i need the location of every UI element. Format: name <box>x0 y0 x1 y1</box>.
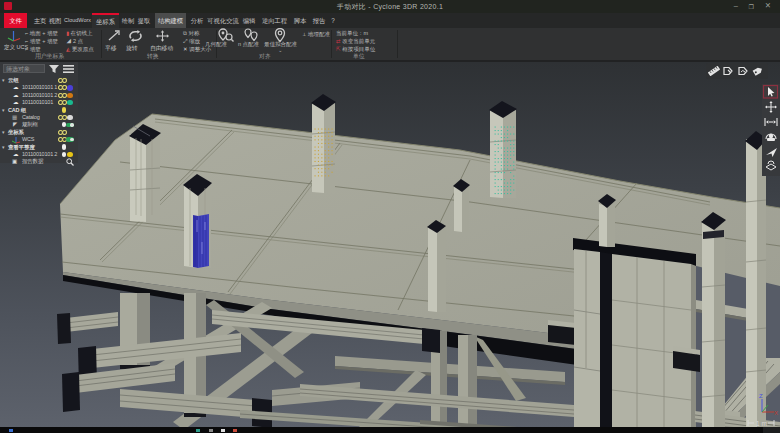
svg-text:Z: Z <box>759 393 763 399</box>
svg-text:X: X <box>774 410 778 416</box>
svg-text:1 m: 1 m <box>756 420 767 427</box>
